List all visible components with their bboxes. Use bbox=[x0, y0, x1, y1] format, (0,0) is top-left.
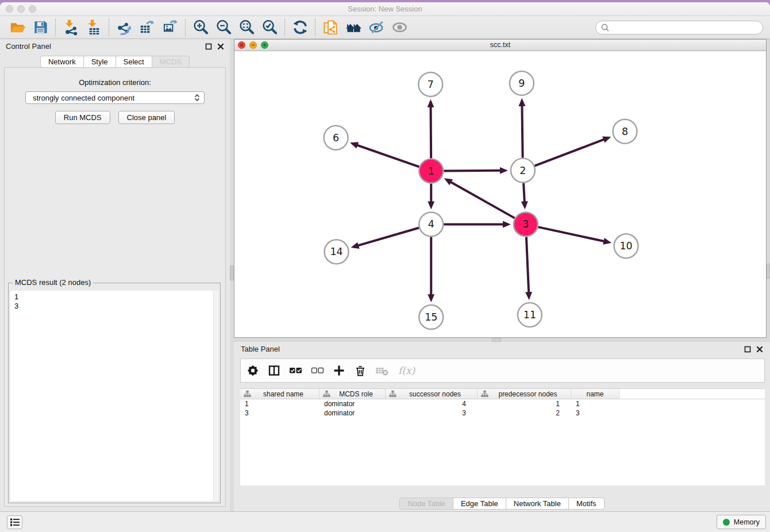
table-row[interactable]: 1dominator411 bbox=[240, 399, 765, 408]
export-table-button[interactable] bbox=[137, 18, 157, 37]
edge-2-3[interactable] bbox=[521, 183, 528, 210]
refresh-network-button[interactable] bbox=[290, 18, 310, 37]
deselect-all-button[interactable] bbox=[311, 364, 324, 377]
network-canvas[interactable]: 7968124314101511 bbox=[234, 51, 766, 337]
graph-node-7[interactable]: 7 bbox=[418, 72, 442, 97]
zoom-window-button[interactable] bbox=[29, 5, 36, 13]
minimize-view-icon[interactable] bbox=[249, 41, 257, 49]
tab-network-table[interactable]: Network Table bbox=[506, 498, 569, 510]
delete-column-button[interactable] bbox=[354, 364, 367, 377]
maximize-view-icon[interactable] bbox=[261, 41, 268, 49]
edge-3-10[interactable] bbox=[538, 227, 611, 245]
close-view-icon[interactable] bbox=[238, 41, 245, 49]
edge-1-6[interactable] bbox=[350, 142, 419, 167]
tab-edge-table[interactable]: Edge Table bbox=[453, 498, 506, 510]
memory-button[interactable]: Memory bbox=[717, 515, 766, 529]
close-panel-button[interactable]: Close panel bbox=[118, 111, 175, 124]
edge-2-9[interactable] bbox=[518, 98, 525, 158]
mcds-result-group: MCDS result (2 nodes) 13 bbox=[8, 283, 221, 503]
column-header-shared-name[interactable]: shared name bbox=[240, 389, 319, 399]
graph-node-2[interactable]: 2 bbox=[511, 159, 535, 183]
right-splitter-handle[interactable] bbox=[767, 264, 770, 279]
edge-3-1[interactable] bbox=[444, 178, 515, 218]
select-all-button[interactable] bbox=[289, 364, 302, 377]
column-header-predecessor-nodes[interactable]: predecessor nodes bbox=[478, 389, 571, 399]
first-neighbors-button[interactable] bbox=[344, 18, 363, 37]
edge-1-2[interactable] bbox=[444, 167, 508, 174]
copy-network-button[interactable] bbox=[321, 18, 340, 37]
tab-mcds[interactable]: MCDS bbox=[152, 56, 190, 68]
edge-4-14[interactable] bbox=[351, 228, 419, 248]
minimize-window-button[interactable] bbox=[17, 5, 25, 13]
network-graph[interactable]: 7968124314101511 bbox=[234, 51, 766, 337]
splitter-handle[interactable] bbox=[230, 265, 234, 280]
tab-select[interactable]: Select bbox=[116, 56, 152, 68]
zoom-selected-button[interactable] bbox=[260, 18, 279, 37]
edge-4-3[interactable] bbox=[444, 221, 511, 228]
task-history-button[interactable] bbox=[7, 515, 22, 529]
float-panel-icon[interactable] bbox=[205, 43, 212, 50]
import-table-button[interactable] bbox=[84, 18, 103, 37]
columns-view-button[interactable] bbox=[268, 364, 280, 377]
float-panel-icon[interactable] bbox=[744, 346, 751, 353]
vertical-splitter[interactable] bbox=[230, 39, 234, 511]
close-panel-icon[interactable] bbox=[217, 43, 224, 50]
memory-label: Memory bbox=[734, 518, 760, 526]
graph-node-3[interactable]: 3 bbox=[514, 212, 538, 236]
graph-node-10[interactable]: 10 bbox=[614, 234, 638, 258]
select-all-icon bbox=[289, 364, 302, 377]
graph-node-4[interactable]: 4 bbox=[419, 212, 443, 236]
tab-network[interactable]: Network bbox=[40, 56, 84, 68]
svg-text:7: 7 bbox=[428, 79, 434, 90]
run-mcds-button[interactable]: Run MCDS bbox=[55, 111, 110, 124]
mcds-panel: Optimization criterion: strongly connect… bbox=[4, 67, 226, 507]
graph-node-6[interactable]: 6 bbox=[324, 126, 348, 150]
graph-node-15[interactable]: 15 bbox=[419, 305, 443, 329]
export-image-button[interactable] bbox=[160, 18, 180, 37]
close-window-button[interactable] bbox=[6, 5, 13, 13]
search-icon bbox=[600, 23, 610, 32]
graph-node-1[interactable]: 1 bbox=[419, 159, 443, 183]
edge-4-15[interactable] bbox=[428, 237, 434, 302]
gear-button[interactable] bbox=[247, 364, 259, 377]
edge-1-7[interactable] bbox=[428, 99, 434, 159]
svg-text:6: 6 bbox=[333, 132, 339, 144]
result-scrollbar[interactable] bbox=[213, 291, 218, 501]
table-row[interactable]: 3dominator323 bbox=[240, 408, 765, 418]
search-input[interactable] bbox=[613, 22, 758, 32]
column-header-name[interactable]: name bbox=[571, 389, 619, 399]
close-panel-icon[interactable] bbox=[756, 346, 763, 353]
import-table-icon bbox=[86, 19, 102, 36]
hide-selected-button[interactable] bbox=[367, 18, 386, 37]
zoom-out-button[interactable] bbox=[214, 18, 233, 37]
export-network-icon bbox=[116, 19, 133, 36]
import-network-button[interactable] bbox=[61, 18, 80, 37]
zoom-fit-button[interactable] bbox=[237, 18, 256, 37]
mcds-result-textarea[interactable]: 13 bbox=[10, 291, 218, 501]
show-all-button[interactable] bbox=[390, 18, 409, 37]
open-file-button[interactable] bbox=[7, 18, 27, 37]
column-header-mcds-role[interactable]: MCDS role bbox=[319, 389, 386, 399]
graph-node-8[interactable]: 8 bbox=[613, 119, 637, 144]
graph-node-11[interactable]: 11 bbox=[518, 303, 542, 327]
tab-motifs[interactable]: Motifs bbox=[568, 498, 605, 510]
workspace: Control Panel NetworkStyleSelectMCDS Opt… bbox=[0, 39, 770, 511]
tab-node-table[interactable]: Node Table bbox=[399, 498, 453, 510]
edge-2-8[interactable] bbox=[534, 136, 611, 165]
save-session-button[interactable] bbox=[30, 18, 50, 37]
horizontal-splitter-handle[interactable] bbox=[492, 338, 501, 342]
edge-3-11[interactable] bbox=[525, 237, 532, 300]
edge-1-4[interactable] bbox=[428, 184, 434, 210]
search-field[interactable] bbox=[595, 21, 763, 34]
graph-node-9[interactable]: 9 bbox=[510, 71, 534, 95]
zoom-in-button[interactable] bbox=[191, 18, 210, 37]
tab-style[interactable]: Style bbox=[83, 56, 116, 68]
column-header-successor-nodes[interactable]: successor nodes bbox=[386, 389, 478, 399]
export-network-button[interactable] bbox=[114, 18, 134, 37]
optimization-criterion-select[interactable]: strongly connected component bbox=[25, 91, 205, 104]
add-column-button[interactable] bbox=[333, 364, 345, 377]
graph-node-14[interactable]: 14 bbox=[325, 240, 349, 264]
cell-name: 3 bbox=[571, 409, 619, 417]
export-table-icon bbox=[139, 19, 156, 36]
svg-text:8: 8 bbox=[622, 126, 628, 137]
